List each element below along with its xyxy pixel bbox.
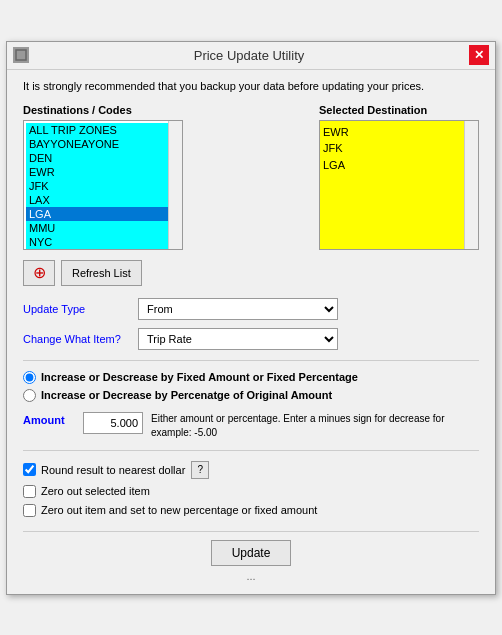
- close-button[interactable]: ✕: [469, 45, 489, 65]
- listbox-scrollbar[interactable]: [168, 121, 182, 249]
- list-item[interactable]: DEN: [26, 151, 180, 165]
- radio-option1-label: Increase or Descrease by Fixed Amount or…: [41, 371, 358, 383]
- destinations-listbox-container: ALL TRIP ZONES BAYYONEAYONE DEN EWR JFK …: [23, 120, 183, 250]
- list-item[interactable]: LGA: [26, 207, 180, 221]
- list-item[interactable]: LAX: [26, 193, 180, 207]
- zero-selected-checkbox[interactable]: [23, 485, 36, 498]
- destinations-listbox[interactable]: ALL TRIP ZONES BAYYONEAYONE DEN EWR JFK …: [24, 121, 182, 249]
- zero-selected-checkbox-row: Zero out selected item: [23, 485, 479, 498]
- bottom-buttons: Update: [23, 531, 479, 566]
- selected-item: LGA: [323, 157, 475, 174]
- amount-label: Amount: [23, 412, 83, 426]
- radio-group: Increase or Descrease by Fixed Amount or…: [23, 371, 479, 402]
- selected-destination-section: Selected Destination EWR JFK LGA: [319, 104, 479, 250]
- radio-option1[interactable]: [23, 371, 36, 384]
- radio-option2-row[interactable]: Increase or Decrease by Percenatge of Or…: [23, 389, 479, 402]
- action-buttons-row: ⊕ Refresh List: [23, 260, 479, 286]
- selected-listbox-scrollbar[interactable]: [464, 121, 478, 249]
- selected-item: EWR: [323, 124, 475, 141]
- list-item[interactable]: BAYYONEAYONE: [26, 137, 180, 151]
- zero-selected-label: Zero out selected item: [41, 485, 150, 497]
- destinations-section: Destinations / Codes ALL TRIP ZONES BAYY…: [23, 104, 303, 250]
- change-item-row: Change What Item? Trip Rate Flat Rate Pe…: [23, 328, 479, 350]
- list-item[interactable]: ALL TRIP ZONES: [26, 123, 180, 137]
- update-type-row: Update Type From To Both: [23, 298, 479, 320]
- change-item-select[interactable]: Trip Rate Flat Rate Percentage: [138, 328, 338, 350]
- change-item-label: Change What Item?: [23, 333, 138, 345]
- list-item[interactable]: EWR: [26, 165, 180, 179]
- zero-new-checkbox-row: Zero out item and set to new percentage …: [23, 504, 479, 517]
- round-checkbox[interactable]: [23, 463, 36, 476]
- selected-destination-listbox[interactable]: EWR JFK LGA: [319, 120, 479, 250]
- window-icon: [13, 47, 29, 63]
- list-item[interactable]: NYC: [26, 235, 180, 249]
- divider: [23, 360, 479, 361]
- window-title: Price Update Utility: [29, 48, 469, 63]
- amount-input[interactable]: [83, 412, 143, 434]
- help-button[interactable]: ?: [191, 461, 209, 479]
- update-type-label: Update Type: [23, 303, 138, 315]
- main-window: Price Update Utility ✕ It is strongly re…: [6, 41, 496, 595]
- title-bar: Price Update Utility ✕: [7, 42, 495, 70]
- warning-text: It is strongly recommended that you back…: [23, 80, 479, 92]
- list-item[interactable]: MMU: [26, 221, 180, 235]
- list-item[interactable]: JFK: [26, 179, 180, 193]
- destinations-label: Destinations / Codes: [23, 104, 303, 116]
- divider2: [23, 450, 479, 451]
- search-button[interactable]: ⊕: [23, 260, 55, 286]
- zero-new-label: Zero out item and set to new percentage …: [41, 504, 317, 516]
- amount-row: Amount Either amount or percentage. Ente…: [23, 412, 479, 440]
- radio-option2[interactable]: [23, 389, 36, 402]
- refresh-button[interactable]: Refresh List: [61, 260, 142, 286]
- selected-items: EWR JFK LGA: [323, 124, 475, 174]
- round-label: Round result to nearest dollar: [41, 464, 185, 476]
- selected-item: JFK: [323, 140, 475, 157]
- round-checkbox-row: Round result to nearest dollar ?: [23, 461, 479, 479]
- radio-option2-label: Increase or Decrease by Percenatge of Or…: [41, 389, 332, 401]
- selected-destination-label: Selected Destination: [319, 104, 479, 116]
- update-type-select[interactable]: From To Both: [138, 298, 338, 320]
- update-button[interactable]: Update: [211, 540, 291, 566]
- svg-rect-1: [18, 52, 24, 58]
- ellipsis-text: ...: [23, 570, 479, 582]
- zero-new-checkbox[interactable]: [23, 504, 36, 517]
- radio-option1-row[interactable]: Increase or Descrease by Fixed Amount or…: [23, 371, 479, 384]
- search-icon: ⊕: [33, 263, 46, 282]
- amount-description: Either amount or percentage. Enter a min…: [151, 412, 479, 440]
